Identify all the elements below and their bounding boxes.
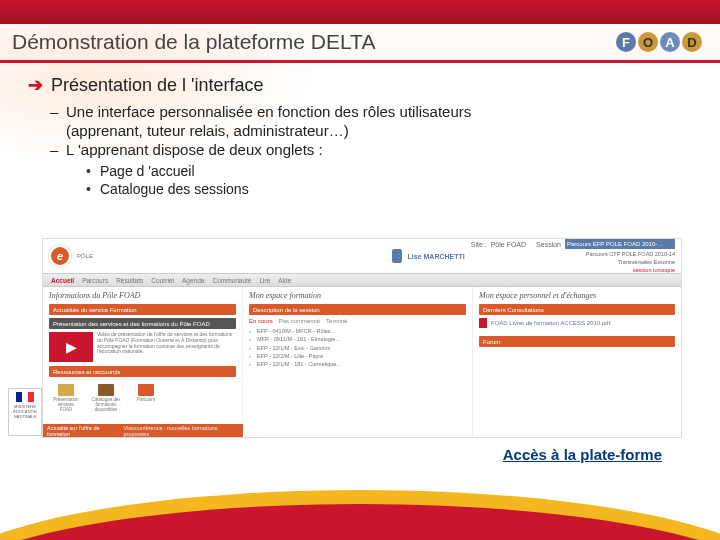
ss-course-1[interactable]: EFP - 0410/M - MFCR - Rôles… [249,327,466,335]
sub-bullet-list: Page d 'accueil Catalogue des sessions [86,162,700,198]
section-heading: Présentation de l 'interface [51,75,264,96]
ss-session-tunisique[interactable]: session tunisique [633,267,675,273]
ss-res-2[interactable]: Catalogue des formations disponibles [91,384,121,412]
top-red-band [0,0,720,24]
ss-header: e PÔLE Lise MARCHETTI Site : Pôle FOAD S… [43,239,681,273]
title-underline [0,60,720,63]
content-area: ➔ Présentation de l 'interface Une inter… [28,74,700,198]
ss-tab-termine[interactable]: Terminé [326,318,347,324]
ss-path-icon [138,384,154,396]
arrow-right-icon: ➔ [28,74,43,96]
ss-band-ressources: Ressources et raccourcis [49,366,236,377]
ss-course-4[interactable]: EFP - 10/2/M - Lille - Payre [249,352,466,360]
ss-session-sub1: Parcours CTP POLE FOAD 2010-14 [586,251,675,257]
ss-col3-title: Mon espace personnel et d'échanges [479,291,675,300]
ss-nav: Accueil Parcours Résultats Courriel Agen… [43,273,681,287]
ss-nav-lire[interactable]: Lire [259,277,270,284]
logo-letter-d: D [682,32,702,52]
ss-session-label: Session [536,241,561,248]
ss-tab-pascommence[interactable]: Pas commencé [279,318,320,324]
ss-presentation-text: Vidéo de présentation de l'offre de serv… [97,332,236,362]
ss-pole-text: PÔLE [77,253,93,259]
logo-letter-a: A [660,32,680,52]
ss-column-info: Informations du Pôle FOAD Actualités du … [43,287,243,437]
ss-nav-courriel[interactable]: Courriel [151,277,174,284]
ss-actualite-bar: Actualité sur l'offre de formation Visio… [43,424,243,437]
ss-course-list: EFP - 0410/M - MFCR - Rôles… MFR - 0911/… [249,327,466,368]
slide-title: Démonstration de la plateforme DELTA [12,30,375,54]
bullet-list: Une interface personnalisée en fonction … [50,102,700,160]
ss-nav-agenda[interactable]: Agenda [182,277,204,284]
bottom-swoosh-decoration [0,470,720,540]
ss-session-sub2: Transversales Essonne [618,259,675,265]
ss-res-3[interactable]: Parcours [131,384,161,412]
ss-course-5[interactable]: EFP - 10/1/M - 181 - Cormelique… [249,360,466,368]
ss-session-dropdown[interactable]: Parcours EFP POLE FOAD 2010-… [565,239,675,249]
ss-column-personnel: Mon espace personnel et d'échanges Derni… [473,287,681,437]
logo-letter-f: F [616,32,636,52]
title-bar: Démonstration de la plateforme DELTA F O… [0,24,720,60]
ss-band-actualites: Actualités du service Formation [49,304,236,315]
ss-file-link[interactable]: FOAD Livret de formation ACCESS 2010.pdf [479,318,675,328]
ss-doc-icon [58,384,74,396]
ss-column-formation: Mon espace formation Description de la s… [243,287,473,437]
ss-nav-communaute[interactable]: Communauté [212,277,251,284]
ss-band-description: Description de la session [249,304,466,315]
ss-col2-title: Mon espace formation [249,291,466,300]
ss-band-presentation: Présentation des services et des formati… [49,318,236,329]
ss-site-value: Pôle FOAD [491,241,526,248]
sub-bullet-2: Catalogue des sessions [86,180,700,198]
ss-avatar-icon [392,249,402,263]
ss-nav-resultats[interactable]: Résultats [116,277,143,284]
access-platform-link[interactable]: Accès à la plate-forme [503,446,662,463]
logo-letter-o: O [638,32,658,52]
ss-course-tabs: En cours Pas commencé Terminé [249,318,466,324]
ss-nav-accueil[interactable]: Accueil [51,277,74,284]
ss-course-2[interactable]: MFR - 0911/M - 181 - Elmalogie… [249,335,466,343]
ss-band-forum: Forum [479,336,675,347]
ss-username: Lise MARCHETTI [408,253,465,260]
ss-tab-encours[interactable]: En cours [249,318,273,324]
foad-logo: F O A D [616,32,702,52]
ministry-badge: MINISTÈREÉDUCATIONNATIONALE [8,388,42,436]
ss-education-logo-icon: e [49,245,71,267]
ss-band-docs: Derniers Consultations [479,304,675,315]
ss-site-label: Site : [471,241,487,248]
embedded-screenshot: e PÔLE Lise MARCHETTI Site : Pôle FOAD S… [42,238,682,438]
ss-res-1[interactable]: Présentation services FOAD [51,384,81,412]
france-flag-icon [16,392,34,402]
ss-nav-parcours[interactable]: Parcours [82,277,108,284]
sub-bullet-1: Page d 'accueil [86,162,700,180]
ss-nav-aide[interactable]: Aide [278,277,291,284]
ss-video-play-icon[interactable]: ▶ [49,332,93,362]
ss-pdf-icon [479,318,487,328]
bullet-1: Une interface personnalisée en fonction … [50,102,700,140]
bullet-2: L 'apprenant dispose de deux onglets : [50,140,700,159]
ss-col1-title: Informations du Pôle FOAD [49,291,236,300]
ss-book-icon [98,384,114,396]
ss-course-3[interactable]: EFP - 10/1/M - Essi - Gambini [249,344,466,352]
